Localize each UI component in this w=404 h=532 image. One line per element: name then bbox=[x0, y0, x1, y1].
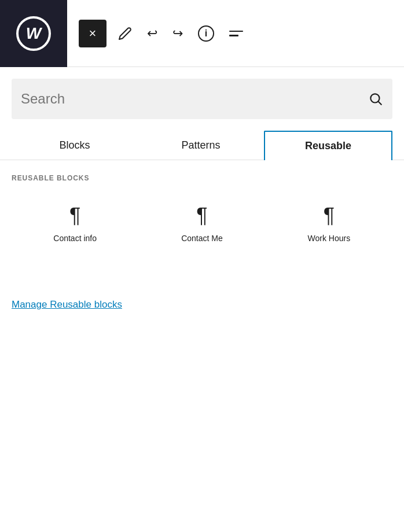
search-container bbox=[12, 79, 392, 119]
tab-patterns[interactable]: Patterns bbox=[138, 131, 264, 160]
close-button[interactable]: × bbox=[79, 20, 106, 47]
redo-icon: ↪ bbox=[172, 26, 183, 41]
undo-icon: ↩ bbox=[147, 26, 157, 41]
info-button[interactable]: i bbox=[194, 22, 218, 45]
search-icon bbox=[368, 91, 383, 106]
paragraph-icon-contact-me: ¶ bbox=[196, 205, 207, 226]
main-content: Blocks Patterns Reusable REUSABLE BLOCKS… bbox=[0, 67, 404, 311]
undo-button[interactable]: ↩ bbox=[144, 23, 161, 45]
close-icon: × bbox=[89, 27, 97, 40]
pencil-icon bbox=[118, 27, 132, 40]
svg-line-1 bbox=[379, 102, 381, 105]
tabs: Blocks Patterns Reusable bbox=[0, 131, 404, 160]
menu-line-1 bbox=[229, 31, 243, 32]
block-item-contact-info[interactable]: ¶ Contact info bbox=[12, 191, 138, 253]
wp-logo-circle: W bbox=[16, 16, 51, 51]
paragraph-icon-work-hours: ¶ bbox=[324, 205, 335, 226]
block-label-contact-me: Contact Me bbox=[181, 233, 223, 243]
manage-reusable-blocks-link[interactable]: Manage Reusable blocks bbox=[12, 299, 122, 311]
section-header: REUSABLE BLOCKS bbox=[12, 174, 392, 182]
wp-logo-letter: W bbox=[26, 25, 41, 42]
tab-blocks[interactable]: Blocks bbox=[12, 131, 138, 160]
wp-logo: W bbox=[0, 0, 67, 67]
block-label-contact-info: Contact info bbox=[53, 233, 97, 243]
search-button[interactable] bbox=[368, 91, 383, 106]
paragraph-icon-contact-info: ¶ bbox=[69, 205, 80, 226]
tab-reusable[interactable]: Reusable bbox=[264, 131, 392, 160]
toolbar: W × ↩ ↪ i bbox=[0, 0, 404, 67]
block-label-work-hours: Work Hours bbox=[307, 233, 350, 243]
svg-point-0 bbox=[370, 94, 379, 102]
menu-icon bbox=[229, 31, 243, 36]
info-icon: i bbox=[198, 25, 214, 42]
block-item-work-hours[interactable]: ¶ Work Hours bbox=[266, 191, 392, 253]
toolbar-actions: × ↩ ↪ i bbox=[67, 20, 404, 47]
manage-link-container: Manage Reusable blocks bbox=[12, 299, 392, 311]
blocks-grid: ¶ Contact info ¶ Contact Me ¶ Work Hours bbox=[12, 191, 392, 253]
menu-button[interactable] bbox=[226, 27, 247, 40]
menu-line-2 bbox=[229, 35, 238, 36]
redo-button[interactable]: ↪ bbox=[169, 23, 186, 45]
search-input[interactable] bbox=[21, 91, 368, 107]
block-item-contact-me[interactable]: ¶ Contact Me bbox=[138, 191, 265, 253]
edit-button[interactable] bbox=[115, 23, 135, 44]
